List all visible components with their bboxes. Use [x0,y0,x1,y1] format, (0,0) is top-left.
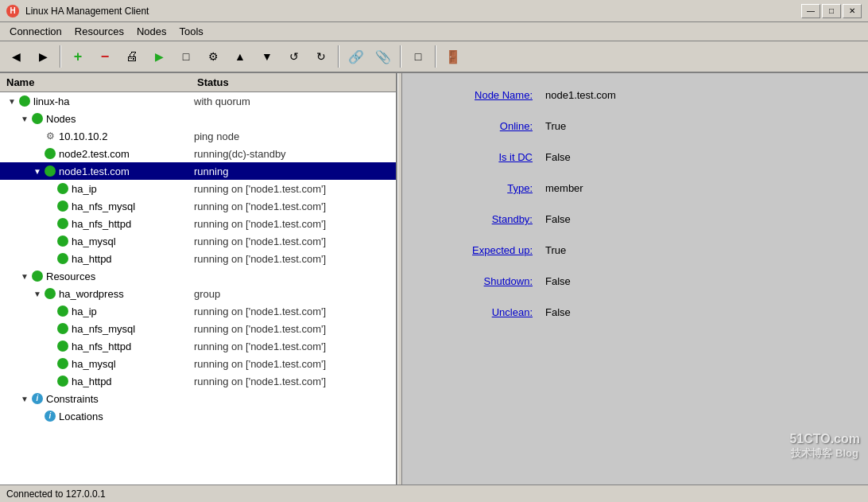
menu-connection[interactable]: Connection [3,24,68,39]
expander-node2 [32,148,43,159]
expander-ha-httpd-2 [45,376,56,387]
minimize-button[interactable]: — [801,4,820,18]
status-text: Connected to 127.0.0.1 [6,488,106,500]
icon-ha-nfs-mysql-2 [57,323,68,334]
expander-ha-nfs-mysql-2 [45,323,56,334]
status-bar: Connected to 127.0.0.1 [0,484,868,502]
tree-row-ha-mysql-1[interactable]: ha_mysql running on ['node1.test.com'] [0,232,396,250]
label-shutdown[interactable]: Shutdown: [434,275,545,287]
tree-row-ha-wordpress[interactable]: ▼ ha_wordpress group [0,285,396,302]
tree-row-ha-nfs-mysql-1[interactable]: ha_nfs_mysql running on ['node1.test.com… [0,197,396,215]
attach-button[interactable]: 📎 [370,44,396,69]
icon-ha-ip-1 [57,183,68,194]
label-resources: Resources [45,270,95,282]
label-node-name[interactable]: Node Name: [434,89,545,101]
status-ha-nfs-httpd-1: running on ['node1.test.com'] [191,218,396,230]
run-button[interactable]: ▶ [146,44,172,69]
add-button[interactable]: + [65,44,91,69]
detail-online: Online: True [434,120,836,132]
label-type[interactable]: Type: [434,182,545,194]
expander-ha-mysql-2 [45,358,56,369]
tree-row-nodes[interactable]: ▼ Nodes [0,110,396,127]
tree-row-ha-ip-1[interactable]: ha_ip running on ['node1.test.com'] [0,180,396,197]
expander-ha-nfs-httpd-2 [45,341,56,352]
tree-row-constraints[interactable]: ▼ i Constraints [0,390,396,407]
icon-ha-ip-2 [57,305,68,317]
label-is-dc[interactable]: Is it DC [434,151,545,163]
label-ha-httpd-2: ha_httpd [70,376,112,387]
header-status: Status [191,75,396,90]
app-icon: H [6,5,19,18]
label-expected-up[interactable]: Expected up: [434,244,545,256]
tree-row-ha-httpd-1[interactable]: ha_httpd running on ['node1.test.com'] [0,250,396,267]
tree-row-linux-ha[interactable]: ▼ linux-ha with quorum [0,92,396,110]
redo-button[interactable]: ↻ [308,44,334,69]
tree-container[interactable]: ▼ linux-ha with quorum ▼ Nodes [0,92,396,484]
tree-row-ha-mysql-2[interactable]: ha_mysql running on ['node1.test.com'] [0,355,396,372]
expander-locations [32,411,43,422]
menu-nodes[interactable]: Nodes [130,24,173,39]
icon-ha-nfs-httpd-1 [57,218,68,229]
settings-button[interactable]: ⚙ [200,44,226,69]
toolbar-sep-2 [338,45,339,68]
value-online: True [545,120,566,132]
label-linux-ha: linux-ha [32,95,70,107]
back-button[interactable]: ◀ [3,44,29,69]
connect-button[interactable]: 🔗 [343,44,369,69]
label-nodes: Nodes [45,113,76,125]
view-button[interactable]: □ [405,44,431,69]
label-ha-mysql-2: ha_mysql [70,358,116,370]
icon-ha-nfs-httpd-2 [57,341,68,352]
expander-nodes[interactable]: ▼ [19,113,30,124]
forward-button[interactable]: ▶ [30,44,56,69]
tree-row-10.10.10.2[interactable]: ⚙ 10.10.10.2 ping node [0,127,396,145]
value-unclean: False [545,306,571,318]
tree-row-ha-ip-2[interactable]: ha_ip running on ['node1.test.com'] [0,302,396,320]
tree-row-ha-nfs-httpd-2[interactable]: ha_nfs_httpd running on ['node1.test.com… [0,337,396,355]
detail-unclean: Unclean: False [434,306,836,318]
menu-tools[interactable]: Tools [173,24,210,39]
label-ha-nfs-mysql-1: ha_nfs_mysql [70,200,135,212]
exit-button[interactable]: 🚪 [440,44,466,69]
left-panel: Name Status ▼ linux-ha with quorum ▼ Nod… [0,73,397,484]
tree-header: Name Status [0,73,396,92]
label-unclean[interactable]: Unclean: [434,306,545,318]
status-ha-httpd-1: running on ['node1.test.com'] [191,253,396,265]
down-button[interactable]: ▼ [254,44,280,69]
detail-shutdown: Shutdown: False [434,275,836,287]
expander-node1[interactable]: ▼ [32,165,43,177]
refresh-button[interactable]: ↺ [281,44,307,69]
label-ha-nfs-mysql-2: ha_nfs_mysql [70,323,135,335]
tree-row-resources[interactable]: ▼ Resources [0,267,396,285]
header-name: Name [0,75,191,90]
icon-ha-wordpress [45,288,56,299]
label-online[interactable]: Online: [434,120,545,132]
tree-row-ha-nfs-mysql-2[interactable]: ha_nfs_mysql running on ['node1.test.com… [0,320,396,337]
status-node2: running(dc)-standby [191,148,396,160]
up-button[interactable]: ▲ [227,44,253,69]
icon-ip: ⚙ [45,130,56,142]
tree-row-ha-httpd-2[interactable]: ha_httpd running on ['node1.test.com'] [0,372,396,390]
tree-row-node1[interactable]: ▼ node1.test.com running [0,162,396,180]
icon-ha-mysql-1 [57,235,68,247]
remove-button[interactable]: − [92,44,118,69]
icon-node2 [45,148,56,159]
label-standby[interactable]: Standby: [434,213,545,225]
maximize-button[interactable]: □ [822,4,841,18]
tree-row-node2[interactable]: node2.test.com running(dc)-standby [0,145,396,162]
label-ha-ip-1: ha_ip [70,183,97,195]
tree-row-ha-nfs-httpd-1[interactable]: ha_nfs_httpd running on ['node1.test.com… [0,215,396,232]
print-button[interactable]: 🖨 [119,44,145,69]
status-ha-mysql-1: running on ['node1.test.com'] [191,235,396,247]
main-area: Name Status ▼ linux-ha with quorum ▼ Nod… [0,73,868,484]
status-ha-ip-2: running on ['node1.test.com'] [191,305,396,317]
close-button[interactable]: ✕ [843,4,862,18]
expander-resources[interactable]: ▼ [19,270,30,282]
expander-constraints[interactable]: ▼ [19,393,30,404]
expander-linux-ha[interactable]: ▼ [6,95,17,107]
menu-resources[interactable]: Resources [68,24,130,39]
stop-button[interactable]: □ [173,44,199,69]
expander-ha-wordpress[interactable]: ▼ [32,288,43,299]
tree-row-locations[interactable]: i Locations [0,407,396,425]
value-shutdown: False [545,275,571,287]
